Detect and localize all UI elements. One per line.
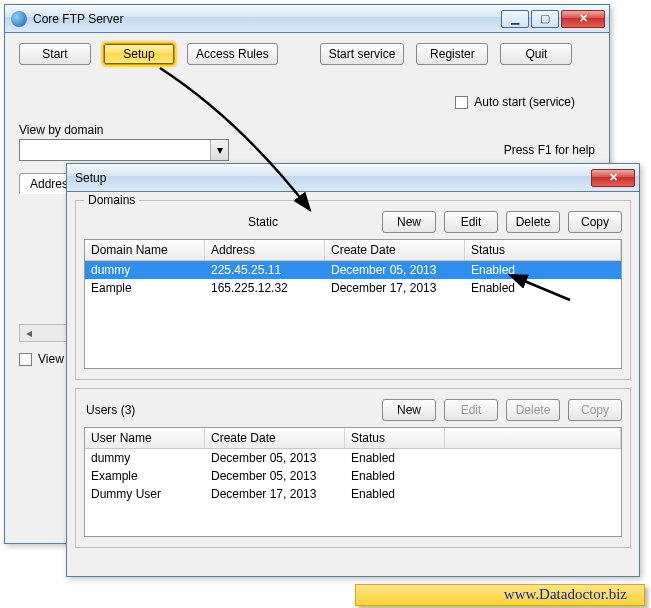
chevron-down-icon: ▾	[210, 140, 228, 160]
main-titlebar: Core FTP Server	[5, 5, 609, 33]
domains-table[interactable]: Domain Name Address Create Date Status d…	[84, 239, 622, 369]
users-delete-button[interactable]: Delete	[506, 399, 560, 421]
users-table-header: User Name Create Date Status	[85, 428, 621, 449]
user-row[interactable]: dummy December 05, 2013 Enabled	[85, 449, 621, 467]
setup-window: Setup Domains Static New Edit Delete Cop…	[66, 163, 640, 577]
quit-button[interactable]: Quit	[500, 43, 572, 65]
col-create-date[interactable]: Create Date	[325, 240, 465, 260]
setup-titlebar: Setup	[67, 164, 639, 192]
view-by-domain-select[interactable]: ▾	[19, 139, 229, 161]
auto-start-label: Auto start (service)	[474, 95, 575, 109]
auto-start-checkbox[interactable]	[455, 96, 468, 109]
footer-link[interactable]: www.Datadoctor.biz	[504, 586, 627, 603]
users-group: Users (3) New Edit Delete Copy User Name…	[75, 388, 631, 548]
user-row[interactable]: Dummy User December 17, 2013 Enabled	[85, 485, 621, 503]
maximize-button[interactable]	[531, 10, 559, 28]
help-hint: Press F1 for help	[504, 143, 595, 157]
domain-row[interactable]: Eample 165.225.12.32 December 17, 2013 E…	[85, 279, 621, 297]
domains-delete-button[interactable]: Delete	[506, 211, 560, 233]
setup-button[interactable]: Setup	[103, 43, 175, 65]
main-window-title: Core FTP Server	[33, 12, 501, 26]
domains-static-label: Static	[84, 215, 382, 229]
access-rules-button[interactable]: Access Rules	[187, 43, 278, 65]
register-button[interactable]: Register	[416, 43, 488, 65]
users-edit-button[interactable]: Edit	[444, 399, 498, 421]
minimize-button[interactable]	[501, 10, 529, 28]
view-checkbox[interactable]	[19, 353, 32, 366]
users-table[interactable]: User Name Create Date Status dummy Decem…	[84, 427, 622, 537]
setup-close-button[interactable]	[591, 169, 635, 187]
users-new-button[interactable]: New	[382, 399, 436, 421]
setup-window-title: Setup	[75, 171, 591, 185]
col-domain-name[interactable]: Domain Name	[85, 240, 205, 260]
start-service-button[interactable]: Start service	[320, 43, 405, 65]
col-user-name[interactable]: User Name	[85, 428, 205, 448]
close-button[interactable]	[561, 10, 605, 28]
users-legend: Users (3)	[84, 403, 382, 417]
col-address[interactable]: Address	[205, 240, 325, 260]
col-user-create-date[interactable]: Create Date	[205, 428, 345, 448]
domains-new-button[interactable]: New	[382, 211, 436, 233]
domains-copy-button[interactable]: Copy	[568, 211, 622, 233]
start-button[interactable]: Start	[19, 43, 91, 65]
domains-legend: Domains	[84, 193, 139, 207]
domains-table-header: Domain Name Address Create Date Status	[85, 240, 621, 261]
scroll-left-icon[interactable]: ◂	[20, 325, 38, 341]
view-by-domain-label: View by domain	[19, 123, 595, 137]
col-user-status[interactable]: Status	[345, 428, 445, 448]
view-checkbox-label: View	[38, 352, 64, 366]
domains-edit-button[interactable]: Edit	[444, 211, 498, 233]
domain-row[interactable]: dummy 225.45.25.11 December 05, 2013 Ena…	[85, 261, 621, 279]
app-icon	[11, 11, 27, 27]
users-copy-button[interactable]: Copy	[568, 399, 622, 421]
user-row[interactable]: Example December 05, 2013 Enabled	[85, 467, 621, 485]
domains-group: Domains Static New Edit Delete Copy Doma…	[75, 200, 631, 380]
col-status[interactable]: Status	[465, 240, 621, 260]
main-toolbar: Start Setup Access Rules Start service R…	[19, 43, 595, 65]
